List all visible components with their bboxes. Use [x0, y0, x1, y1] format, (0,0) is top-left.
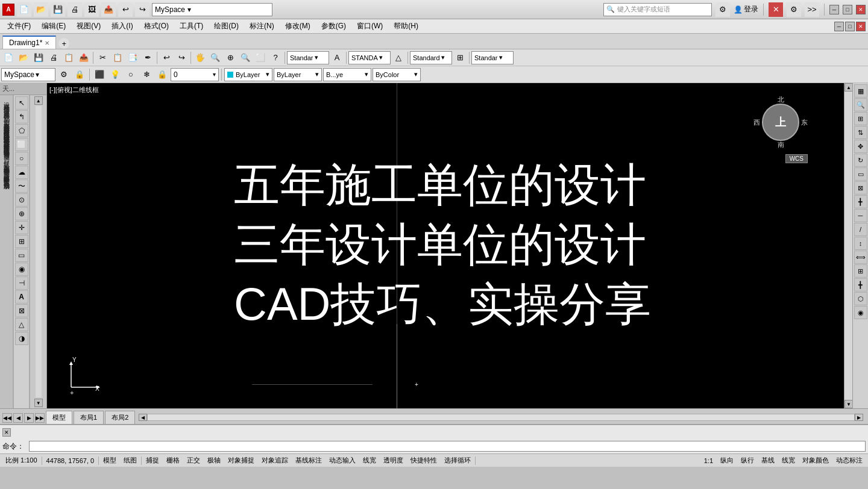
status-snap[interactable]: 捕捉: [143, 455, 162, 466]
doc-minimize[interactable]: ─: [834, 22, 844, 31]
menu-tools[interactable]: 工具(T): [175, 20, 208, 33]
login-button[interactable]: 👤 登录: [734, 4, 758, 14]
cmd-close-button[interactable]: ✕: [2, 428, 11, 437]
status-selcycle[interactable]: 选择循环: [441, 455, 474, 466]
tb-multistyle-dropdown[interactable]: Standar ▾: [471, 51, 514, 64]
rt-array[interactable]: ⊞: [854, 264, 867, 278]
left-item-arc[interactable]: 弧弦标注: [1, 143, 11, 144]
workspace-settings-btn[interactable]: ⚙: [57, 67, 71, 82]
status-scale[interactable]: 比例 1:100: [2, 455, 40, 466]
status-scale-ratio[interactable]: 1:1: [701, 456, 716, 465]
left-item-stair[interactable]: 楼梯标注: [1, 132, 11, 133]
scroll-track[interactable]: [844, 92, 852, 400]
tb-tablestyle-btn[interactable]: ⊞: [453, 51, 467, 65]
tb-help[interactable]: ?: [268, 51, 283, 65]
rt-minus[interactable]: ─: [854, 209, 867, 222]
left-item-room[interactable]: 房梯 他: [1, 107, 11, 110]
left-item-text[interactable]: 文字表格: [1, 117, 11, 119]
tool-move-select[interactable]: ✛: [15, 221, 28, 234]
rt-visual[interactable]: ◉: [854, 306, 867, 319]
left-item-two-line[interactable]: 双线标注: [1, 126, 11, 128]
tb-textformat[interactable]: A: [330, 51, 344, 65]
rt-navsbar[interactable]: ⇅: [854, 126, 867, 139]
tb-tablestyle-dropdown[interactable]: Standard ▾: [410, 51, 452, 64]
tool-square[interactable]: ⬜: [15, 138, 28, 151]
status-qprops[interactable]: 快捷特性: [407, 455, 440, 466]
left-item-tools[interactable]: 工 具: [1, 166, 11, 169]
layout-nav-prev[interactable]: ◀: [13, 413, 23, 423]
menu-edit[interactable]: 编辑(E): [37, 20, 71, 33]
tool-arc-select[interactable]: ↰: [15, 110, 28, 123]
layer-properties-btn[interactable]: ⬛: [92, 67, 107, 82]
window-restore[interactable]: □: [843, 5, 852, 14]
left-scroll-up[interactable]: ▲: [34, 96, 43, 105]
tb-zoom-extents[interactable]: ⬜: [253, 51, 268, 65]
left-item-inner-door[interactable]: 内门标注: [1, 128, 11, 129]
tb-copy[interactable]: 📋: [110, 51, 125, 65]
left-item-up-adjust[interactable]: 上 调: [1, 148, 11, 151]
plotstyle-dropdown[interactable]: ByColor ▾: [373, 68, 421, 81]
menu-modify[interactable]: 修改(M): [280, 20, 315, 33]
tool-hatch[interactable]: ⊠: [15, 304, 28, 317]
tb-zoom-prev[interactable]: 🔍: [238, 51, 253, 65]
new-tab-button[interactable]: +: [58, 38, 69, 49]
tb-dimstyle-dropdown[interactable]: STANDA ▾: [348, 51, 391, 64]
rt-mirror[interactable]: ⟺: [854, 251, 867, 264]
menu-draw[interactable]: 绘图(D): [209, 20, 244, 33]
print-preview-button[interactable]: 🖼: [84, 2, 99, 17]
left-item-default-layer[interactable]: 0默认层0: [1, 152, 11, 160]
left-item-quick[interactable]: 快速标注: [1, 130, 11, 131]
menu-insert[interactable]: 插入(I): [107, 20, 137, 33]
layout-nav-last[interactable]: ▶▶: [35, 413, 45, 423]
left-item-adjust[interactable]: 尺寸自调: [1, 146, 11, 148]
status-ortho[interactable]: 正交: [184, 455, 203, 466]
layer-lock-btn[interactable]: 🔒: [155, 67, 169, 82]
tool-circle-small[interactable]: ◉: [15, 263, 28, 276]
left-item-door-dim[interactable]: 门窗标注: [1, 121, 11, 122]
layout-tab-1[interactable]: 布局1: [74, 411, 104, 424]
left-item-help[interactable]: 帮助演示: [1, 178, 11, 179]
left-item-edit-dim[interactable]: 尺寸编辑: [1, 145, 11, 146]
lineweight-dropdown[interactable]: B...ye ▾: [323, 68, 371, 81]
layout-nav-first[interactable]: ◀◀: [2, 413, 12, 423]
rt-pan[interactable]: ✥: [854, 140, 867, 153]
rt-extents[interactable]: ⊠: [854, 181, 867, 195]
status-h-dir[interactable]: 纵行: [738, 455, 757, 466]
tb-paste[interactable]: 📑: [125, 51, 140, 65]
left-item-wall[interactable]: 墙 体: [1, 102, 11, 105]
status-osnap[interactable]: 对象捕捉: [225, 455, 257, 466]
left-item-two-point[interactable]: 两点标注: [1, 125, 11, 126]
menu-view[interactable]: 视图(V): [72, 20, 105, 33]
tb-textstyle-dropdown[interactable]: Standar ▾: [287, 51, 329, 64]
status-paper[interactable]: 纸图: [121, 455, 140, 466]
undo-button[interactable]: ↩: [118, 2, 133, 17]
tool-polygon[interactable]: ⬠: [15, 124, 28, 137]
tool-wavy[interactable]: 〜: [15, 179, 28, 193]
tb-open[interactable]: 📂: [16, 51, 31, 65]
tb-new[interactable]: 📄: [1, 51, 16, 65]
status-grid[interactable]: 栅格: [163, 455, 183, 466]
tb-zoom-realtime[interactable]: 🔍: [208, 51, 222, 65]
rt-3drotate[interactable]: ↕: [854, 237, 867, 250]
layer-name-dropdown[interactable]: 0 ▾: [171, 68, 219, 81]
tool-gradient[interactable]: ◑: [15, 332, 28, 345]
canvas-area[interactable]: [-][俯视]二维线框 五年施工单位的设计 三年设计单位的设计 CAD技巧、实操…: [47, 83, 844, 408]
tool-select[interactable]: ↖: [15, 96, 28, 110]
workspace-selector[interactable]: MySpace ▾: [152, 3, 272, 16]
extra-icon3[interactable]: >>: [805, 2, 819, 17]
left-item-dim[interactable]: 尺寸标注: [1, 119, 11, 120]
doc-restore[interactable]: □: [845, 22, 855, 31]
workspace-lock-btn[interactable]: 🔒: [72, 67, 87, 82]
doc-close[interactable]: ✕: [856, 22, 866, 31]
search-button[interactable]: ⚙: [715, 2, 730, 17]
window-close[interactable]: ✕: [856, 5, 866, 14]
menu-help[interactable]: 帮助(H): [389, 20, 423, 33]
tool-ellipse-select[interactable]: ⊙: [15, 193, 28, 207]
status-lweight[interactable]: 线宽: [360, 455, 379, 466]
color-dropdown[interactable]: ByLayer ▾: [224, 68, 272, 81]
tb-matchprop[interactable]: ✒: [140, 51, 155, 65]
open-button[interactable]: 📂: [34, 2, 48, 17]
tb-preview[interactable]: 📋: [61, 51, 76, 65]
left-item-axis[interactable]: 轴网柱子: [1, 100, 11, 101]
tool-fence[interactable]: ⊞: [15, 235, 28, 248]
